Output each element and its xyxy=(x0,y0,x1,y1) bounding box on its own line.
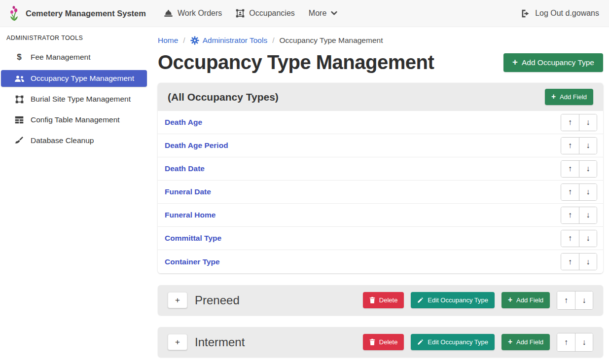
nav-item-label: Occupancies xyxy=(249,9,295,18)
move-down-button[interactable]: ↓ xyxy=(579,207,597,223)
expand-section-button[interactable]: + xyxy=(168,292,187,308)
occupancy-type-section-interment: + Interment Delete xyxy=(158,327,603,357)
field-link-committal-type[interactable]: Committal Type xyxy=(165,234,221,243)
move-down-button[interactable]: ↓ xyxy=(575,291,593,309)
reorder-controls: ↑ ↓ xyxy=(557,333,593,352)
move-down-button[interactable]: ↓ xyxy=(579,254,597,270)
table-icon xyxy=(14,116,25,124)
section-title: Preneed xyxy=(195,293,363,307)
move-up-button[interactable]: ↑ xyxy=(561,207,579,223)
field-row: Container Type ↑ ↓ xyxy=(158,250,603,273)
logout-label: Log Out d.gowans xyxy=(535,9,599,18)
logout-button[interactable]: Log Out d.gowans xyxy=(521,9,601,18)
plus-icon: + xyxy=(551,94,556,100)
sidebar-item-label: Database Cleanup xyxy=(31,136,94,145)
field-row: Committal Type ↑ ↓ xyxy=(158,227,603,250)
edit-occupancy-type-button[interactable]: Edit Occupancy Type xyxy=(411,334,495,350)
section-actions: Delete Edit Occupancy Type + Add Field xyxy=(363,333,593,352)
add-field-label: Add Field xyxy=(516,296,543,304)
breadcrumb-admin-tools-link[interactable]: Administrator Tools xyxy=(190,36,268,45)
chevron-down-icon xyxy=(331,11,337,16)
field-row: Death Date ↑ ↓ xyxy=(158,157,603,181)
edit-occupancy-type-label: Edit Occupancy Type xyxy=(428,338,488,346)
move-down-button[interactable]: ↓ xyxy=(579,230,597,247)
arrow-down-icon: ↓ xyxy=(586,141,590,150)
arrow-down-icon: ↓ xyxy=(582,296,586,305)
title-row: Occupancy Type Management + Add Occupanc… xyxy=(158,51,603,73)
move-up-button[interactable]: ↑ xyxy=(561,184,579,200)
expand-section-button[interactable]: + xyxy=(168,334,187,350)
move-up-button[interactable]: ↑ xyxy=(557,291,575,309)
field-link-death-age-period[interactable]: Death Age Period xyxy=(165,141,228,150)
move-down-button[interactable]: ↓ xyxy=(579,114,597,131)
field-link-death-age[interactable]: Death Age xyxy=(165,118,202,127)
field-link-death-date[interactable]: Death Date xyxy=(165,164,205,173)
arrow-up-icon: ↑ xyxy=(568,257,572,266)
nav-item-more[interactable]: More xyxy=(302,9,344,18)
page-title: Occupancy Type Management xyxy=(158,51,434,73)
arrow-up-icon: ↑ xyxy=(568,187,572,196)
sidebar-item-fee-management[interactable]: $ Fee Management xyxy=(1,48,147,66)
arrow-up-icon: ↑ xyxy=(568,164,572,173)
add-field-button[interactable]: + Add Field xyxy=(545,89,593,105)
add-occupancy-type-button[interactable]: + Add Occupancy Type xyxy=(503,53,603,72)
breadcrumb-current: Occupancy Type Management xyxy=(280,36,383,45)
hard-hat-icon xyxy=(164,9,173,17)
delete-label: Delete xyxy=(379,338,398,346)
move-up-button[interactable]: ↑ xyxy=(561,114,579,131)
dollar-icon: $ xyxy=(14,52,25,62)
field-link-funeral-home[interactable]: Funeral Home xyxy=(165,211,215,219)
field-row: Death Age Period ↑ ↓ xyxy=(158,134,603,157)
nav-item-work-orders[interactable]: Work Orders xyxy=(157,9,229,18)
move-up-button[interactable]: ↑ xyxy=(561,138,579,154)
move-down-button[interactable]: ↓ xyxy=(579,138,597,154)
plus-icon: + xyxy=(175,337,180,347)
all-occupancy-types-header: (All Occupancy Types) + Add Field xyxy=(158,83,603,111)
sidebar-item-label: Config Table Management xyxy=(31,115,120,124)
trash-icon xyxy=(369,339,375,345)
reorder-controls: ↑ ↓ xyxy=(561,114,597,131)
sidebar-item-label: Burial Site Type Management xyxy=(31,95,131,104)
delete-button[interactable]: Delete xyxy=(363,334,404,350)
plus-icon: + xyxy=(508,339,512,345)
all-occupancy-types-card: (All Occupancy Types) + Add Field Death … xyxy=(158,83,603,273)
move-up-button[interactable]: ↑ xyxy=(561,254,579,270)
arrow-up-icon: ↑ xyxy=(564,296,568,305)
sidebar-header: ADMINISTRATOR TOOLS xyxy=(0,35,148,41)
add-field-button[interactable]: + Add Field xyxy=(502,292,550,308)
field-link-container-type[interactable]: Container Type xyxy=(165,257,220,266)
breadcrumb: Home / Ad xyxy=(158,36,603,45)
reorder-controls: ↑ ↓ xyxy=(561,137,597,154)
arrow-up-icon: ↑ xyxy=(564,338,568,347)
main-content: Home / Ad xyxy=(148,27,609,364)
breadcrumb-home-link[interactable]: Home xyxy=(158,36,178,45)
sidebar-item-burial-site-type-management[interactable]: Burial Site Type Management xyxy=(1,91,147,108)
move-up-button[interactable]: ↑ xyxy=(561,230,579,247)
app-title: Cemetery Management System xyxy=(26,9,146,18)
gear-icon xyxy=(190,36,199,45)
add-field-button[interactable]: + Add Field xyxy=(502,334,550,350)
sign-out-icon xyxy=(521,9,530,18)
arrow-down-icon: ↓ xyxy=(586,211,590,219)
move-up-button[interactable]: ↑ xyxy=(561,161,579,177)
field-link-funeral-date[interactable]: Funeral Date xyxy=(165,187,211,196)
field-row: Funeral Date ↑ ↓ xyxy=(158,181,603,204)
sidebar-item-config-table-management[interactable]: Config Table Management xyxy=(1,111,147,128)
nav-item-occupancies[interactable]: Occupancies xyxy=(229,9,302,18)
all-occupancy-types-title: (All Occupancy Types) xyxy=(168,91,279,103)
page-layout: ADMINISTRATOR TOOLS $ Fee Management Occ… xyxy=(0,27,609,364)
breadcrumb-admin-tools-label: Administrator Tools xyxy=(203,36,268,45)
sidebar-item-occupancy-type-management[interactable]: Occupancy Type Management xyxy=(1,70,147,87)
move-up-button[interactable]: ↑ xyxy=(557,333,575,351)
occupancy-type-section-preneed: + Preneed Delete xyxy=(158,285,603,315)
sidebar-item-database-cleanup[interactable]: Database Cleanup xyxy=(1,132,147,149)
move-down-button[interactable]: ↓ xyxy=(579,184,597,200)
edit-occupancy-type-button[interactable]: Edit Occupancy Type xyxy=(411,292,495,308)
arrow-down-icon: ↓ xyxy=(586,234,590,243)
app-brand[interactable]: Cemetery Management System xyxy=(8,5,146,21)
delete-button[interactable]: Delete xyxy=(363,292,404,308)
arrow-up-icon: ↑ xyxy=(568,141,572,150)
move-down-button[interactable]: ↓ xyxy=(575,333,593,351)
reorder-controls: ↑ ↓ xyxy=(561,160,597,178)
move-down-button[interactable]: ↓ xyxy=(579,161,597,177)
